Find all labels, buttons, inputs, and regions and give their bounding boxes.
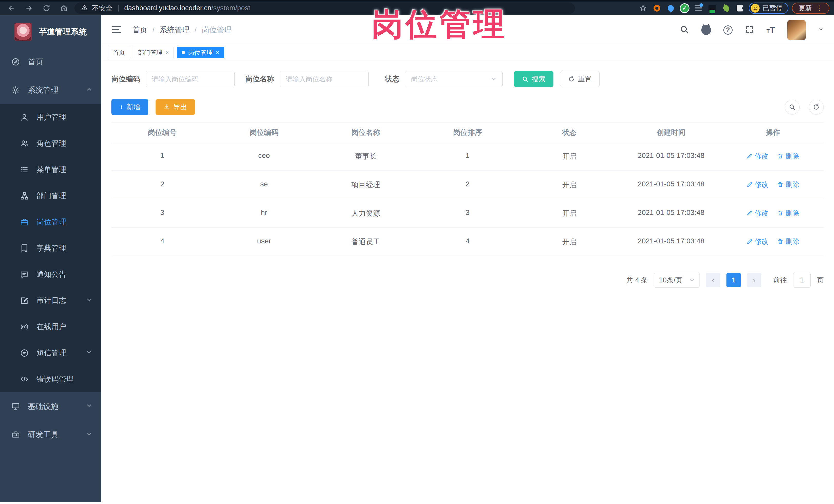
sidebar-item-system[interactable]: 系统管理 [0, 76, 101, 104]
update-label: 更新 [798, 4, 812, 13]
close-icon[interactable]: × [216, 49, 219, 56]
logo-row[interactable]: 芋道管理系统 [0, 15, 101, 48]
post-name-input[interactable] [280, 71, 369, 87]
table-toolbar: + 新增 导出 [111, 99, 824, 115]
sidebar-item-dev-tools[interactable]: 研发工具 [0, 420, 101, 449]
code-icon [20, 375, 29, 384]
tab-home[interactable]: 首页 [108, 47, 130, 58]
post-code-label: 岗位编码 [111, 74, 140, 84]
security-label[interactable]: 不安全 [92, 4, 113, 13]
search-button-label: 搜索 [532, 74, 546, 84]
delete-link[interactable]: 删除 [777, 209, 799, 218]
reset-button[interactable]: 重置 [560, 71, 600, 87]
breadcrumb: 首页 / 系统管理 / 岗位管理 [132, 25, 232, 35]
close-icon[interactable]: × [166, 49, 169, 56]
cell-status: 开启 [519, 228, 620, 256]
browser-update-button[interactable]: 更新 ⋮ [792, 3, 829, 14]
search-button[interactable]: 搜索 [514, 71, 553, 87]
col-header-created: 创建时间 [620, 123, 722, 142]
address-bar[interactable]: 不安全 dashboard.yudao.iocoder.cn/system/po… [74, 3, 575, 14]
edit-link[interactable]: 修改 [746, 152, 769, 161]
extension-pin-icon[interactable] [665, 3, 676, 13]
announcement-bubble-icon [20, 270, 29, 279]
extension-leaf-icon[interactable] [721, 3, 731, 13]
breadcrumb-home[interactable]: 首页 [132, 25, 147, 35]
add-button[interactable]: + 新增 [111, 99, 148, 115]
sidebar-item-departments[interactable]: 部门管理 [0, 183, 101, 209]
browser-forward-button[interactable] [22, 3, 36, 14]
extension-dark-icon[interactable] [707, 3, 718, 13]
edit-link[interactable]: 修改 [746, 209, 769, 218]
pencil-icon [746, 181, 753, 188]
github-icon[interactable] [701, 25, 711, 35]
refresh-table-button[interactable] [809, 100, 824, 114]
browser-back-button[interactable] [5, 3, 19, 14]
status-select[interactable]: 岗位状态 [405, 71, 503, 87]
help-icon[interactable]: ? [723, 25, 732, 35]
extension-check-icon[interactable]: ✓ [679, 3, 690, 13]
avatar-caret-icon[interactable] [818, 27, 824, 34]
delete-link[interactable]: 删除 [777, 152, 799, 161]
sidebar-item-infrastructure[interactable]: 基础设施 [0, 392, 101, 420]
sidebar-item-error-codes[interactable]: 错误码管理 [0, 366, 101, 392]
posts-table: 岗位编号 岗位编码 岗位名称 岗位排序 状态 创建时间 操作 1 ceo 董事长… [111, 122, 824, 256]
delete-link[interactable]: 删除 [777, 237, 799, 246]
next-page-button[interactable]: › [747, 273, 761, 287]
not-secure-warning-icon[interactable] [81, 4, 88, 12]
url-text[interactable]: dashboard.yudao.iocoder.cn/system/post [124, 4, 250, 12]
browser-reload-button[interactable] [40, 3, 53, 14]
delete-link[interactable]: 删除 [777, 180, 799, 189]
bookmark-star-icon[interactable] [638, 3, 648, 13]
goto-page-input[interactable] [793, 273, 811, 288]
sidebar-item-label: 错误码管理 [37, 374, 74, 385]
sidebar-item-posts[interactable]: 岗位管理 [0, 209, 101, 235]
cell-sort: 2 [417, 171, 518, 199]
browser-profile-pill[interactable]: 😀 已暂停 [749, 3, 788, 14]
sidebar-item-menus[interactable]: 菜单管理 [0, 157, 101, 183]
reset-button-label: 重置 [578, 74, 592, 84]
kebab-menu-icon[interactable]: ⋮ [816, 4, 823, 12]
page-number-1[interactable]: 1 [726, 273, 741, 287]
pagination: 共 4 条 10条/页 ‹ 1 › 前往 页 [111, 273, 824, 288]
sidebar-item-label: 菜单管理 [37, 165, 66, 175]
cell-status: 开启 [519, 171, 620, 199]
toggle-search-button[interactable] [785, 100, 799, 114]
sidebar-item-dictionary[interactable]: 字典管理 [0, 235, 101, 261]
sidebar-item-label: 研发工具 [28, 430, 59, 440]
cell-sort: 1 [417, 142, 518, 171]
cell-name: 董事长 [315, 142, 417, 171]
url-path: /system/post [211, 4, 250, 12]
breadcrumb-system[interactable]: 系统管理 [160, 25, 190, 35]
user-avatar[interactable] [787, 20, 806, 40]
status-label: 状态 [385, 74, 399, 84]
browser-home-button[interactable] [57, 3, 71, 14]
goto-suffix: 页 [817, 276, 824, 285]
sidebar-item-sms[interactable]: 短信管理 [0, 340, 101, 366]
sidebar-item-online-users[interactable]: 在线用户 [0, 314, 101, 340]
post-code-input[interactable] [146, 71, 235, 87]
extension-grid-icon[interactable] [693, 3, 704, 13]
sidebar-item-users[interactable]: 用户管理 [0, 104, 101, 130]
edit-link[interactable]: 修改 [746, 180, 769, 189]
extension-orange-icon[interactable] [652, 3, 662, 13]
sidebar-item-notices[interactable]: 通知公告 [0, 261, 101, 288]
page-size-select[interactable]: 10条/页 [654, 273, 700, 288]
tab-posts[interactable]: 岗位管理 × [177, 47, 224, 58]
search-icon[interactable] [680, 25, 689, 35]
sidebar-item-home[interactable]: 首页 [0, 48, 101, 76]
font-size-icon[interactable]: TT [767, 25, 775, 35]
sidebar-item-roles[interactable]: 角色管理 [0, 130, 101, 157]
app-logo-rabbit [14, 23, 32, 41]
tab-departments[interactable]: 部门管理 × [133, 47, 174, 58]
hamburger-icon[interactable] [111, 24, 122, 36]
cell-name: 普通员工 [315, 228, 417, 256]
sidebar-item-audit-log[interactable]: 审计日志 [0, 288, 101, 314]
cell-sort: 3 [417, 199, 518, 227]
export-button[interactable]: 导出 [156, 99, 195, 115]
extensions-puzzle-icon[interactable] [735, 3, 745, 13]
sidebar-item-label: 系统管理 [28, 85, 59, 95]
pencil-icon [746, 239, 753, 245]
fullscreen-icon[interactable] [745, 25, 754, 35]
prev-page-button[interactable]: ‹ [706, 273, 720, 287]
edit-link[interactable]: 修改 [746, 237, 769, 246]
